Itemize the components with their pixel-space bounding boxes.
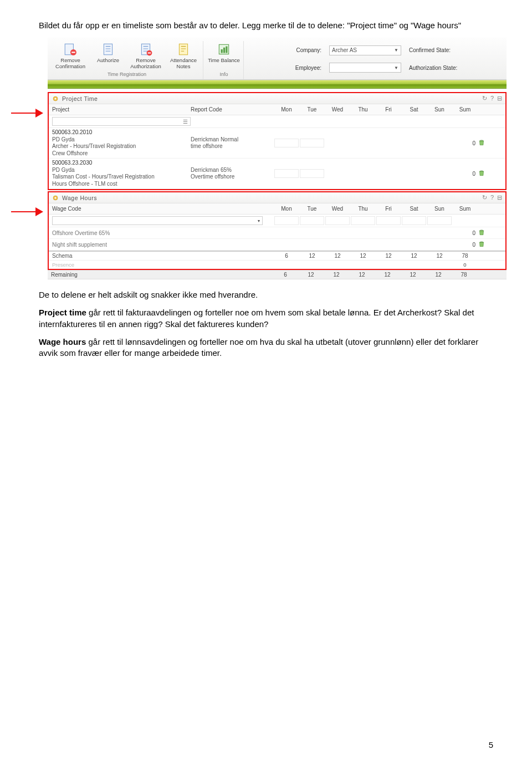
wage-hours-section: Wage Hours ↻ ? ⊟ Wage Code Mon Tue Wed T… [48,191,507,270]
col-project: Project [52,106,191,113]
app-window: RemoveConfirmation Authorize RemoveAutho… [48,38,507,279]
collapse-icon[interactable]: ⊟ [497,95,502,102]
hours-input[interactable] [376,216,401,225]
project-code: 500063.20.2010 [52,129,191,136]
col-tue: Tue [299,106,325,113]
col-mon: Mon [274,206,299,212]
ribbon-group-caption-1: Time Registration [108,72,146,78]
confirmed-state-label: Confirmed State: [409,47,499,53]
project-code: 500063.23.2030 [52,160,191,167]
svg-rect-2 [104,44,112,55]
svg-rect-8 [223,48,225,53]
chevron-down-icon: ▾ [258,218,260,223]
help-icon[interactable]: ? [490,194,494,201]
wage-code-filter-input[interactable]: ▾ [52,216,263,225]
hours-input[interactable] [325,216,350,225]
col-mon: Mon [274,106,299,113]
col-wage-code: Wage Code [52,206,274,212]
ribbon-group-caption-2: Info [219,72,228,78]
chevron-down-icon: ▼ [394,48,398,53]
row-sum: 0 [452,171,478,177]
authorize-button[interactable]: Authorize [91,41,125,69]
delete-row-button[interactable] [478,139,492,147]
delete-row-button[interactable] [478,228,492,237]
table-row: 500063.23.2030 PD Gyda Talisman Cost - H… [49,159,505,189]
refresh-icon[interactable]: ↻ [482,194,487,201]
hours-input[interactable] [300,169,324,178]
employee-select[interactable]: ▼ [329,63,401,73]
hours-input[interactable] [274,139,299,147]
company-select[interactable]: Archer AS▼ [329,45,401,55]
svg-rect-7 [221,49,223,53]
col-sun: Sun [427,106,452,113]
col-wed: Wed [325,206,350,212]
svg-point-13 [55,197,57,198]
svg-rect-9 [226,47,227,53]
gear-icon [52,95,59,102]
project-time-title: Project Time [62,95,98,102]
hours-input[interactable] [300,216,324,225]
project-filter-input[interactable]: ☰ [52,117,191,126]
authorize-icon [101,42,115,57]
hours-input[interactable] [300,139,324,147]
row-sum: 0 [452,230,478,236]
page-number: 5 [489,740,493,749]
col-report-code: Report Code [191,106,274,113]
table-row: Offshore Overtime 65% 0 [49,227,505,239]
col-thu: Thu [350,106,376,113]
company-label: Company: [254,47,321,53]
hours-input[interactable] [427,216,452,225]
col-sum: Sum [452,206,478,212]
table-row: Night shift supplement 0 [49,239,505,251]
refresh-icon[interactable]: ↻ [482,95,487,102]
delete-row-button[interactable] [478,240,492,249]
decorative-band [48,80,507,89]
attendance-notes-button[interactable]: AttendanceNotes [166,41,201,69]
gear-icon [52,195,59,201]
chevron-down-icon: ▼ [394,65,398,70]
table-row: 500063.20.2010 PD Gyda Archer - Hours/Tr… [49,128,505,159]
col-fri: Fri [376,106,401,113]
row-sum: 0 [452,140,478,146]
svg-rect-5 [179,44,187,55]
time-balance-button[interactable]: Time Balance [207,41,241,69]
col-sat: Sat [401,206,427,212]
arrow-project-time [11,109,44,118]
time-balance-icon [217,42,231,57]
col-thu: Thu [350,206,376,212]
intro-paragraph: Bildet du får opp er en timeliste som be… [39,20,493,31]
hours-input[interactable] [274,216,299,225]
remove-confirmation-button[interactable]: RemoveConfirmation [53,41,88,69]
notes-icon [176,42,191,57]
col-tue: Tue [299,206,325,212]
authorization-state-label: Authorization State: [409,65,499,71]
svg-point-11 [55,98,57,99]
delete-row-button[interactable] [478,169,492,178]
wage-hours-title: Wage Hours [62,195,97,201]
col-sun: Sun [427,206,452,212]
ribbon-toolbar: RemoveConfirmation Authorize RemoveAutho… [48,38,507,80]
col-sat: Sat [401,106,427,113]
presence-row: Presence 0 [49,260,505,269]
col-wed: Wed [325,106,350,113]
remaining-row: Remaining 6 12 12 12 12 12 12 78 [48,270,507,279]
arrow-wage-hours [11,207,44,216]
screenshot-figure: RemoveConfirmation Authorize RemoveAutho… [11,38,521,279]
row-sum: 0 [452,242,478,248]
schema-row: Schema 6 12 12 12 12 12 12 78 [49,251,505,260]
remove-authorization-button[interactable]: RemoveAuthorization [129,41,163,69]
mid-paragraph: De to delene er helt adskilt og snakker … [39,289,493,300]
project-time-paragraph: Project time går rett til fakturaavdelin… [39,307,493,330]
remove-authorization-icon [139,42,153,57]
hours-input[interactable] [402,216,426,225]
help-icon[interactable]: ? [490,95,494,102]
hours-input[interactable] [351,216,375,225]
employee-label: Employee: [254,65,321,71]
col-sum: Sum [452,106,478,113]
collapse-icon[interactable]: ⊟ [497,194,502,201]
wage-hours-paragraph: Wage hours går rett til lønnsavdelingen … [39,336,493,359]
project-time-section: Project Time ↻ ? ⊟ Project Report Code M… [48,92,507,190]
col-fri: Fri [376,206,401,212]
hours-input[interactable] [274,169,299,178]
list-icon: ☰ [183,119,188,125]
